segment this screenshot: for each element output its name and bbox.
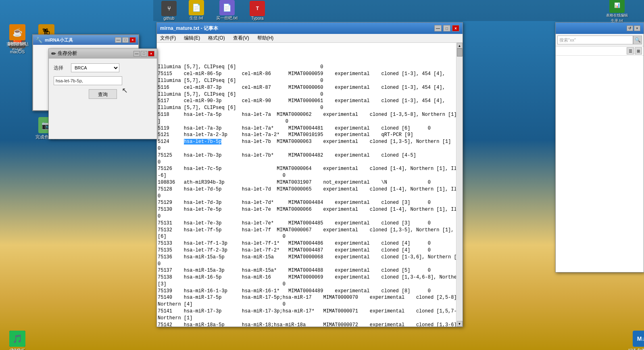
tumor-label: 买一些吧.txt — [216, 15, 238, 21]
mirna-win-controls: — □ × — [115, 37, 136, 43]
mirna-title-area: 🔧 miRNA小工具 — [35, 37, 73, 43]
notepad-menubar: 文件(F) 编辑(E) 格式(O) 查看(V) 帮助(H) — [157, 34, 463, 43]
survival-win-controls: — □ × — [133, 51, 154, 57]
bioinf-icon: 📄 — [189, 0, 204, 15]
view-controls: ☰ ⊞ — [556, 46, 644, 56]
survival-select-row: 选择 BRCA LUAD COAD — [54, 63, 152, 72]
survival-title-area: ✏ 生存分析 — [51, 50, 77, 57]
desktop-icon-md[interactable]: M↓ 猫人文本.md — [627, 331, 644, 350]
second-content: ☰ ⊞ — [556, 46, 644, 56]
survival-title-text: 生存分析 — [58, 50, 77, 57]
notepad-minimize-btn[interactable]: — — [434, 25, 442, 31]
second-refresh-btn[interactable]: ↺ — [627, 25, 633, 31]
scroll-thumb[interactable] — [457, 48, 463, 57]
mirna-maximize-btn[interactable]: □ — [122, 37, 129, 43]
scroll-track[interactable] — [457, 48, 463, 321]
menu-help[interactable]: 帮助(H) — [256, 34, 275, 42]
search-button[interactable]: 🔍 — [633, 36, 642, 44]
notepad-outer: Illumina [5,7], CLIPseq [6] 075115 cel-m… — [157, 43, 463, 327]
qq-music-icon: 🎵 — [9, 331, 25, 347]
top-taskbar: ⑂ github 📄 生信.txt 📄 买一些吧.txt T Typora 📊 … — [153, 0, 644, 21]
notepad-content[interactable]: Illumina [5,7], CLIPseq [6] 075115 cel-m… — [157, 43, 456, 327]
github-icon: ⑂ — [161, 1, 177, 16]
notepad-maximize-btn[interactable]: □ — [443, 25, 450, 31]
notepad-text: Illumina [5,7], CLIPseq [6] 075115 cel-m… — [158, 44, 455, 327]
typora-icon: T — [250, 1, 265, 16]
taskbar-tumor[interactable]: 📄 买一些吧.txt — [216, 0, 238, 21]
mouse-cursor: ↖ — [122, 86, 128, 95]
list-view-btn[interactable]: ☰ — [627, 47, 634, 54]
menu-view[interactable]: 查看(V) — [231, 34, 251, 42]
notepad-titlebar: mirna_mature.txt - 记事本 — □ × — [157, 23, 463, 34]
scroll-up-arrow[interactable]: ▲ — [457, 43, 463, 48]
mirna-title-icon: 🔧 — [35, 37, 42, 43]
mirna-titlebar: 🔧 miRNA小工具 — □ × — [33, 35, 138, 45]
taskbar-bioinf[interactable]: 📄 生信.txt — [189, 0, 204, 21]
survival-title-icon: ✏ — [51, 50, 56, 57]
mirna-minimize-btn[interactable]: — — [115, 37, 121, 43]
notepad-window-controls: — □ × — [434, 25, 459, 31]
scroll-down-arrow[interactable]: ▼ — [457, 321, 463, 327]
survival-query-btn[interactable]: 查询 — [89, 89, 117, 99]
survival-select-label: 选择 — [54, 65, 68, 71]
mirna-title-text: miRNA小工具 — [45, 37, 73, 43]
notepad-title: mirna_mature.txt - 记事本 — [160, 25, 218, 32]
search-bar: 搜索"xx" 🔍 — [556, 34, 644, 46]
qq-music-label: QQ音乐 — [9, 348, 25, 350]
notepad-close-btn[interactable]: × — [452, 25, 459, 31]
survival-maximize-btn[interactable]: □ — [141, 51, 147, 57]
notepad-vscroll[interactable]: ▲ ▼ — [456, 43, 463, 327]
search-placeholder: 搜索"xx" — [559, 37, 576, 43]
survival-content: 选择 BRCA LUAD COAD ↖ 查询 — [49, 59, 157, 104]
second-window-titlebar: ↺ × — [556, 23, 644, 34]
java-icon: ☕ — [9, 24, 25, 40]
second-window-controls: ↺ × — [627, 25, 640, 31]
taskbar-typora[interactable]: T Typora — [250, 1, 265, 21]
grid-view-btn[interactable]: ⊞ — [635, 47, 642, 54]
taskbar-github[interactable]: ⑂ github — [161, 1, 177, 21]
menu-file[interactable]: 文件(F) — [158, 34, 177, 42]
survival-window: ✏ 生存分析 — □ × 选择 BRCA LUAD COAD — [48, 48, 157, 139]
survival-mirna-input[interactable] — [54, 76, 122, 85]
desktop-icon-qq-music[interactable]: 🎵 QQ音乐 — [3, 331, 31, 350]
table-icon: 📊 — [609, 0, 625, 13]
survival-input-row — [54, 76, 152, 85]
bioinf-label: 生信.txt — [190, 15, 203, 21]
mirna-close-btn[interactable]: × — [129, 37, 136, 43]
survival-minimize-btn[interactable]: — — [133, 51, 140, 57]
md-icon: M↓ — [633, 331, 644, 347]
survival-btn-row: ↖ 查询 — [54, 89, 152, 99]
tumor-icon: 📄 — [219, 0, 235, 15]
survival-close-btn[interactable]: × — [148, 51, 154, 57]
md-label: 猫人文本.md — [628, 348, 644, 350]
second-window: ↺ × 搜索"xx" 🔍 ☰ ⊞ — [555, 22, 644, 272]
survival-titlebar: ✏ 生存分析 — □ × — [49, 49, 157, 59]
taskbar-table[interactable]: 📊 表格在线编辑生录.txt — [606, 0, 628, 23]
desktop: ⑂ github 📄 生信.txt 📄 买一些吧.txt T Typora 📊 … — [0, 0, 644, 350]
java-label: jre8imp4 — [9, 41, 26, 46]
notepad-window: mirna_mature.txt - 记事本 — □ × 文件(F) 编辑(E)… — [156, 22, 463, 327]
github-label: github — [163, 16, 174, 21]
desktop-icon-java[interactable]: ☕ jre8imp4 — [3, 24, 31, 46]
menu-format[interactable]: 格式(O) — [206, 34, 226, 42]
highlighted-miRNA: hsa-let-7b-5p — [184, 139, 222, 145]
search-input-wrap[interactable]: 搜索"xx" — [557, 36, 633, 44]
mac-label: macOS — [10, 49, 25, 54]
survival-dataset-select[interactable]: BRCA LUAD COAD — [71, 63, 119, 72]
menu-edit[interactable]: 编辑(E) — [182, 34, 202, 42]
typora-label: Typora — [251, 16, 264, 21]
second-close-btn[interactable]: × — [634, 25, 640, 31]
